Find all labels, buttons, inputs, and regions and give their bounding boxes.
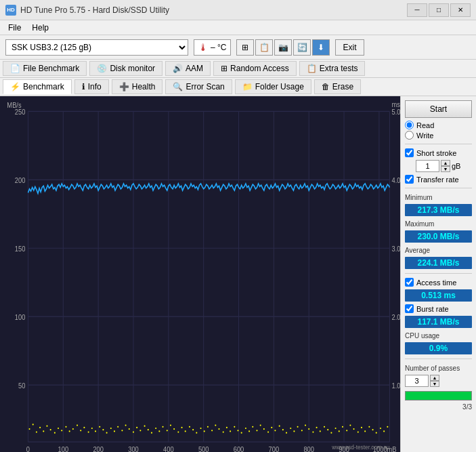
- passes-up-button[interactable]: ▲: [430, 375, 439, 381]
- window-title: HD Tune Pro 5.75 - Hard Disk/SSD Utility: [20, 5, 169, 15]
- menu-help[interactable]: Help: [26, 22, 54, 34]
- svg-point-72: [139, 430, 141, 431]
- svg-point-105: [263, 428, 265, 430]
- tab-file-benchmark[interactable]: 📄 File Benchmark: [3, 61, 87, 76]
- toolbar-btn-2[interactable]: 📋: [255, 39, 273, 56]
- short-stroke-checkbox-label[interactable]: Short stroke: [405, 148, 472, 157]
- progress-label: 3/3: [405, 403, 472, 411]
- access-time-checkbox-label[interactable]: Access time: [405, 278, 472, 287]
- svg-point-61: [99, 426, 100, 428]
- svg-point-42: [29, 428, 30, 430]
- svg-point-132: [364, 430, 366, 432]
- progress-bar-container: [405, 391, 472, 400]
- svg-point-133: [368, 426, 370, 428]
- svg-point-57: [83, 427, 85, 428]
- svg-point-125: [339, 430, 340, 432]
- svg-point-48: [50, 429, 51, 430]
- minimum-label: Minimum: [405, 194, 472, 201]
- tabs-row2: ⚡ Benchmark ℹ Info ➕ Health 🔍 Error Scan…: [0, 78, 476, 96]
- svg-text:0: 0: [26, 445, 30, 452]
- tabs-row1: 📄 File Benchmark 💿 Disk monitor 🔊 AAM ⊞ …: [0, 60, 476, 78]
- svg-point-83: [181, 427, 183, 428]
- tab-health[interactable]: ➕ Health: [112, 79, 163, 94]
- access-time-checkbox[interactable]: [405, 278, 414, 287]
- temperature-display: 🌡 – °C: [194, 39, 231, 56]
- svg-point-43: [33, 424, 34, 425]
- tab-random-access-label: Random Access: [230, 64, 289, 73]
- minimize-button[interactable]: ─: [407, 3, 427, 17]
- tab-aam[interactable]: 🔊 AAM: [165, 61, 211, 76]
- aam-icon: 🔊: [173, 64, 183, 73]
- svg-point-103: [256, 430, 257, 431]
- tab-extra-tests[interactable]: 📋 Extra tests: [299, 61, 366, 76]
- tab-random-access[interactable]: ⊞ Random Access: [213, 61, 297, 76]
- tab-aam-label: AAM: [186, 64, 203, 73]
- svg-point-73: [144, 426, 146, 427]
- tab-benchmark[interactable]: ⚡ Benchmark: [3, 79, 72, 94]
- svg-point-44: [36, 431, 37, 432]
- stroke-spinner: ▲ ▼: [441, 160, 450, 172]
- short-stroke-checkbox[interactable]: [405, 148, 414, 157]
- svg-point-128: [349, 424, 351, 426]
- maximum-value: 230.0 MB/s: [405, 230, 472, 243]
- toolbar-btn-5[interactable]: ⬇: [312, 39, 330, 56]
- svg-point-54: [72, 428, 74, 430]
- burst-rate-label: Burst rate: [416, 305, 449, 313]
- passes-down-button[interactable]: ▼: [430, 381, 439, 387]
- erase-icon: 🗑: [322, 82, 330, 91]
- passes-row: ▲ ▼: [405, 375, 472, 387]
- stroke-up-button[interactable]: ▲: [441, 160, 450, 166]
- transfer-rate-checkbox[interactable]: [405, 175, 414, 184]
- stroke-down-button[interactable]: ▼: [441, 166, 450, 172]
- tab-folder-usage[interactable]: 📁 Folder Usage: [235, 79, 311, 94]
- transfer-rate-label: Transfer rate: [416, 176, 459, 184]
- benchmark-icon: ⚡: [10, 82, 20, 91]
- burst-rate-checkbox-label[interactable]: Burst rate: [405, 304, 472, 313]
- menu-file[interactable]: File: [3, 22, 26, 34]
- start-button[interactable]: Start: [405, 100, 472, 118]
- main-content: 250 200 150 100 50 MB/s 5.00 4.00 3.00 2…: [0, 96, 476, 452]
- svg-point-131: [361, 427, 362, 428]
- write-label: Write: [416, 131, 433, 140]
- svg-text:ms: ms: [392, 100, 400, 108]
- toolbar-btn-1[interactable]: ⊞: [236, 39, 254, 56]
- svg-point-134: [372, 429, 374, 430]
- stroke-value-input[interactable]: [416, 160, 439, 172]
- tab-error-scan-label: Error Scan: [186, 82, 224, 91]
- divider-4: [405, 358, 472, 359]
- transfer-rate-checkbox-label[interactable]: Transfer rate: [405, 175, 472, 184]
- exit-button[interactable]: Exit: [335, 39, 364, 56]
- svg-point-85: [189, 426, 190, 428]
- write-radio-label[interactable]: Write: [405, 131, 472, 140]
- read-radio[interactable]: [405, 121, 414, 129]
- passes-input[interactable]: [405, 375, 429, 387]
- toolbar-btn-4[interactable]: 🔄: [293, 39, 311, 56]
- tab-error-scan[interactable]: 🔍 Error Scan: [165, 79, 232, 94]
- burst-rate-checkbox[interactable]: [405, 304, 414, 313]
- write-radio[interactable]: [405, 131, 414, 140]
- svg-text:200: 200: [15, 176, 26, 184]
- access-time-label: Access time: [416, 279, 456, 287]
- drive-select[interactable]: SSK USB3.2 (125 gB): [5, 39, 188, 56]
- tab-info[interactable]: ℹ Info: [74, 79, 109, 94]
- svg-point-70: [133, 431, 134, 432]
- svg-point-63: [106, 432, 108, 434]
- tab-erase[interactable]: 🗑 Erase: [314, 79, 361, 94]
- toolbar-btn-3[interactable]: 📷: [274, 39, 292, 56]
- svg-point-115: [301, 430, 303, 431]
- burst-rate-value: 117.1 MB/s: [405, 316, 472, 328]
- divider-3: [405, 273, 472, 274]
- close-button[interactable]: ✕: [450, 3, 471, 17]
- svg-point-97: [234, 426, 235, 428]
- svg-point-52: [65, 426, 66, 428]
- tab-disk-monitor[interactable]: 💿 Disk monitor: [89, 61, 163, 76]
- read-radio-label[interactable]: Read: [405, 121, 472, 129]
- svg-point-107: [271, 427, 272, 428]
- divider-1: [405, 144, 472, 144]
- svg-point-90: [207, 426, 209, 428]
- tab-info-label: Info: [88, 82, 102, 91]
- svg-point-67: [121, 430, 123, 431]
- maximize-button[interactable]: □: [429, 3, 449, 17]
- window-controls: ─ □ ✕: [407, 3, 471, 17]
- svg-text:2.00: 2.00: [392, 313, 400, 321]
